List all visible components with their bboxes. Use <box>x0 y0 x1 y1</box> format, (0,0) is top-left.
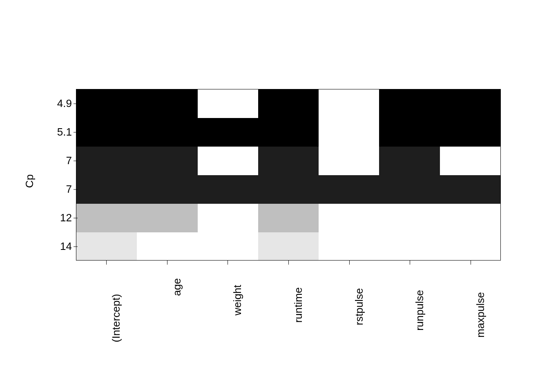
heatmap-plot <box>76 89 501 261</box>
x-tick-label: age <box>171 278 183 296</box>
heatmap-cell <box>319 232 379 261</box>
heatmap-cell <box>319 89 379 118</box>
heatmap-cell <box>137 147 197 175</box>
heatmap-row <box>76 147 500 175</box>
heatmap-cell <box>258 118 319 147</box>
heatmap-row <box>76 175 500 204</box>
heatmap-cell <box>137 232 197 261</box>
heatmap-cell <box>258 147 319 175</box>
heatmap-cell <box>379 232 440 261</box>
heatmap-cell <box>198 204 258 232</box>
heatmap-cell <box>319 147 379 175</box>
heatmap-cell <box>198 175 258 204</box>
x-tick-mark <box>349 261 350 265</box>
heatmap-cell <box>76 147 137 175</box>
heatmap-cell <box>258 89 319 118</box>
y-axis-label: Cp <box>23 174 36 188</box>
heatmap-cell <box>379 118 440 147</box>
y-tick-label: 7 <box>66 183 72 196</box>
heatmap-cell <box>440 232 500 261</box>
chart-stage: Cp 4.95.1771214(Intercept)ageweightrunti… <box>0 0 549 392</box>
x-tick-label: maxpulse <box>474 292 487 337</box>
heatmap-cell <box>76 232 137 261</box>
x-tick-mark <box>288 261 289 265</box>
heatmap-cell <box>198 232 258 261</box>
heatmap-cell <box>319 175 379 204</box>
x-tick-mark <box>471 261 471 265</box>
heatmap-cell <box>379 204 440 232</box>
heatmap-cell <box>76 89 137 118</box>
x-tick-mark <box>106 261 107 265</box>
heatmap-row <box>76 118 500 147</box>
x-tick-mark <box>410 261 410 265</box>
heatmap-cell <box>258 175 319 204</box>
heatmap-cell <box>379 147 440 175</box>
heatmap-cell <box>319 204 379 232</box>
heatmap-cell <box>198 147 258 175</box>
heatmap-row <box>76 232 500 261</box>
heatmap-cell <box>76 118 137 147</box>
y-tick-label: 7 <box>66 154 72 167</box>
heatmap-cell <box>137 204 197 232</box>
heatmap-cell <box>258 232 319 261</box>
heatmap-cell <box>137 175 197 204</box>
heatmap-cell <box>198 89 258 118</box>
heatmap-cell <box>379 89 440 118</box>
y-tick-label: 14 <box>60 240 72 253</box>
x-tick-label: (Intercept) <box>110 294 123 343</box>
y-tick-label: 5.1 <box>57 126 72 138</box>
heatmap-row <box>76 204 500 232</box>
heatmap-cell <box>379 175 440 204</box>
x-tick-label: rstpulse <box>353 288 366 325</box>
heatmap-cell <box>137 118 197 147</box>
x-tick-label: weight <box>231 285 244 315</box>
heatmap-cell <box>76 175 137 204</box>
x-tick-label: runpulse <box>413 290 426 331</box>
x-tick-label: runtime <box>292 287 305 323</box>
x-tick-mark <box>228 261 228 265</box>
heatmap-cell <box>440 89 500 118</box>
heatmap-cell <box>440 204 500 232</box>
heatmap-cell <box>319 118 379 147</box>
heatmap-cell <box>137 89 197 118</box>
heatmap-row <box>76 89 500 118</box>
heatmap-cell <box>440 118 500 147</box>
heatmap-cell <box>258 204 319 232</box>
heatmap-cell <box>440 175 500 204</box>
heatmap-cell <box>198 118 258 147</box>
heatmap-cell <box>76 204 137 232</box>
x-tick-mark <box>167 261 167 265</box>
y-tick-label: 4.9 <box>57 97 72 110</box>
heatmap-cell <box>440 147 500 175</box>
y-tick-label: 12 <box>60 212 72 224</box>
